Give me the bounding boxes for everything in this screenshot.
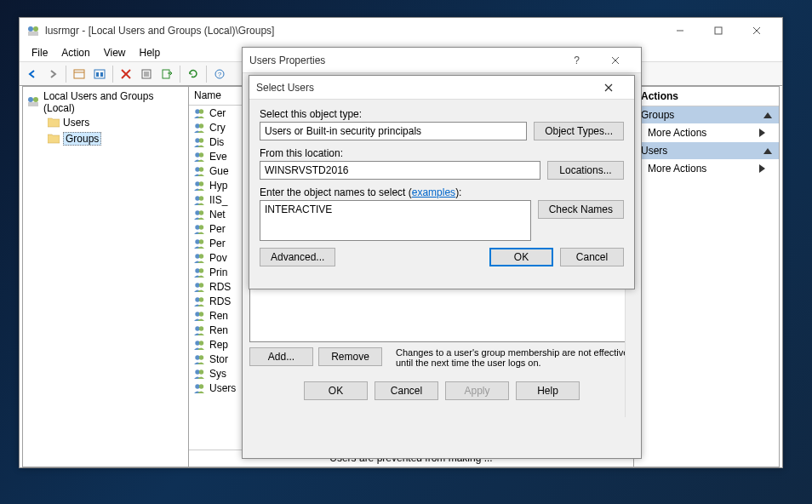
tree-groups[interactable]: Groups xyxy=(45,131,185,146)
svg-point-63 xyxy=(199,384,203,388)
props-help-button[interactable]: ? xyxy=(558,49,596,72)
main-titlebar[interactable]: lusrmgr - [Local Users and Groups (Local… xyxy=(20,18,782,43)
export-icon[interactable] xyxy=(157,65,176,83)
group-icon xyxy=(192,266,206,279)
refresh-icon[interactable] xyxy=(184,65,203,83)
props-titlebar[interactable]: Users Properties ? xyxy=(243,48,641,73)
group-name: Ren xyxy=(209,310,228,322)
group-name: Stor xyxy=(209,353,228,365)
menu-help[interactable]: Help xyxy=(133,45,168,60)
group-icon xyxy=(192,121,206,135)
group-name: RDS xyxy=(209,295,231,307)
svg-point-41 xyxy=(199,225,203,229)
actions-more-users[interactable]: More Actions xyxy=(634,159,779,178)
object-types-button[interactable]: Object Types... xyxy=(534,122,624,140)
props-close-button[interactable] xyxy=(596,49,634,72)
actions-section-groups[interactable]: Groups xyxy=(634,106,779,123)
select-titlebar[interactable]: Select Users xyxy=(249,76,634,100)
group-icon xyxy=(192,352,206,366)
location-field[interactable]: WINSRVSTD2016 xyxy=(260,161,540,180)
minimize-button[interactable] xyxy=(660,19,699,43)
submenu-icon xyxy=(759,164,765,173)
props-title: Users Properties xyxy=(249,54,325,66)
help-icon[interactable]: ? xyxy=(210,65,229,83)
examples-link[interactable]: examples xyxy=(412,186,455,198)
svg-point-0 xyxy=(28,26,33,32)
props-apply-button[interactable]: Apply xyxy=(445,381,509,400)
actions-pane: Actions Groups More Actions Users More A… xyxy=(634,87,779,467)
svg-point-55 xyxy=(199,326,203,330)
group-icon xyxy=(192,222,206,236)
folder-icon xyxy=(48,134,60,144)
locations-button[interactable]: Locations... xyxy=(547,161,624,180)
svg-point-57 xyxy=(199,341,203,345)
svg-point-51 xyxy=(199,297,203,301)
group-icon xyxy=(192,338,206,352)
select-title: Select Users xyxy=(256,82,314,94)
group-name: IIS_ xyxy=(209,194,227,206)
group-name: Rep xyxy=(209,339,228,351)
properties-icon[interactable] xyxy=(137,65,156,83)
remove-button[interactable]: Remove xyxy=(318,347,382,366)
props-ok-button[interactable]: OK xyxy=(304,381,368,400)
delete-icon[interactable] xyxy=(117,65,135,83)
root-icon xyxy=(26,94,40,111)
group-icon xyxy=(192,324,206,337)
new-window-icon[interactable] xyxy=(70,65,89,83)
props-cancel-button[interactable]: Cancel xyxy=(375,381,438,400)
svg-point-49 xyxy=(199,283,203,287)
svg-point-43 xyxy=(199,239,203,243)
check-names-button[interactable]: Check Names xyxy=(538,200,624,219)
actions-section-users-label: Users xyxy=(641,145,667,157)
back-button[interactable] xyxy=(23,65,42,83)
select-cancel-button[interactable]: Cancel xyxy=(560,248,624,266)
tree-pane[interactable]: Local Users and Groups (Local) Users Gro… xyxy=(23,87,189,467)
svg-rect-18 xyxy=(163,70,169,78)
props-help-button2[interactable]: Help xyxy=(516,381,580,400)
options-icon[interactable] xyxy=(90,65,109,83)
select-ok-button[interactable]: OK xyxy=(489,248,553,266)
actions-more-groups[interactable]: More Actions xyxy=(634,123,779,142)
tree-users-label: Users xyxy=(63,117,89,129)
close-button[interactable] xyxy=(737,19,775,43)
group-icon xyxy=(192,295,206,308)
svg-rect-2 xyxy=(28,32,38,36)
tree-users[interactable]: Users xyxy=(45,116,185,129)
group-name: Cer xyxy=(209,107,226,119)
maximize-button[interactable] xyxy=(699,19,737,43)
folder-icon xyxy=(48,117,60,128)
group-name: Eve xyxy=(209,151,227,163)
svg-rect-7 xyxy=(74,70,84,78)
collapse-icon xyxy=(763,148,772,154)
menu-file[interactable]: File xyxy=(25,45,54,60)
tree-root[interactable]: Local Users and Groups (Local) xyxy=(26,90,185,114)
svg-rect-4 xyxy=(715,27,722,34)
names-label-pre: Enter the object names to select ( xyxy=(260,186,412,198)
group-icon xyxy=(192,208,206,221)
select-close-button[interactable] xyxy=(589,76,627,100)
collapse-icon xyxy=(763,112,772,118)
menu-view[interactable]: View xyxy=(97,45,133,60)
actions-section-groups-label: Groups xyxy=(641,109,674,121)
submenu-icon xyxy=(759,129,765,137)
object-type-label: Select this object type: xyxy=(260,108,624,120)
svg-point-21 xyxy=(28,97,33,102)
group-name: Users xyxy=(209,382,236,394)
group-name: Pov xyxy=(209,252,227,264)
advanced-button[interactable]: Advanced... xyxy=(260,248,335,266)
svg-point-35 xyxy=(199,181,203,186)
group-icon xyxy=(192,164,206,178)
svg-point-61 xyxy=(199,369,203,374)
group-icon xyxy=(192,150,206,163)
select-users-dialog: Select Users Select this object type: Us… xyxy=(249,75,635,289)
actions-section-users[interactable]: Users xyxy=(634,142,779,159)
membership-note: Changes to a user's group membership are… xyxy=(396,347,634,368)
add-button[interactable]: Add... xyxy=(249,347,313,366)
menu-action[interactable]: Action xyxy=(54,45,96,60)
object-type-field[interactable]: Users or Built-in security principals xyxy=(260,122,527,140)
forward-button[interactable] xyxy=(43,65,62,83)
group-icon xyxy=(192,251,206,265)
object-names-input[interactable]: INTERACTIVE xyxy=(260,200,531,241)
svg-point-59 xyxy=(199,355,203,359)
actions-header: Actions xyxy=(634,87,779,106)
